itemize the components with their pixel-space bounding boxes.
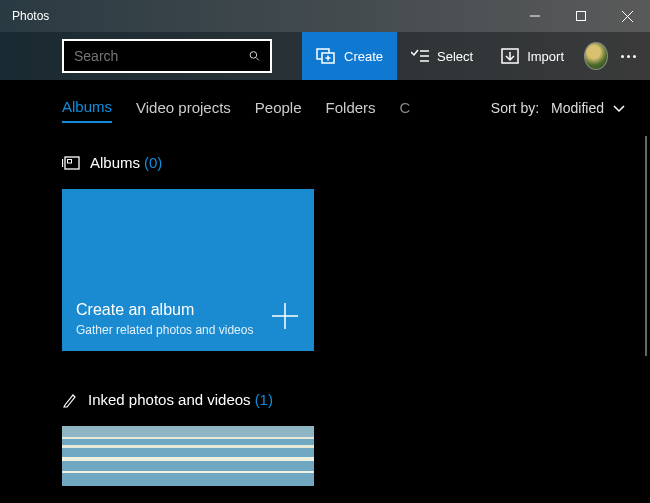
tab-albums[interactable]: Albums	[62, 92, 112, 123]
select-button[interactable]: Select	[397, 32, 487, 80]
user-avatar[interactable]	[584, 42, 608, 70]
inked-count: (1)	[255, 391, 273, 408]
search-input[interactable]	[74, 48, 249, 64]
chevron-down-icon	[612, 101, 626, 115]
create-album-tile[interactable]: Create an album Gather related photos an…	[62, 189, 314, 351]
tab-folders[interactable]: Folders	[326, 93, 376, 122]
create-album-title: Create an album	[76, 301, 300, 319]
maximize-icon	[576, 11, 586, 21]
tab-people[interactable]: People	[255, 93, 302, 122]
create-icon	[316, 47, 336, 65]
svg-line-5	[256, 58, 259, 61]
albums-icon	[62, 156, 80, 170]
create-label: Create	[344, 49, 383, 64]
toolbar: Create Select Import	[0, 32, 650, 80]
import-icon	[501, 48, 519, 64]
maximize-button[interactable]	[558, 0, 604, 32]
search-box[interactable]	[62, 39, 272, 73]
window-controls	[512, 0, 650, 32]
close-button[interactable]	[604, 0, 650, 32]
inked-thumbnail[interactable]	[62, 426, 314, 486]
svg-point-4	[250, 52, 257, 59]
create-album-subtitle: Gather related photos and videos	[76, 323, 300, 337]
more-button[interactable]	[614, 55, 642, 58]
window-title: Photos	[12, 9, 512, 23]
albums-section-label: Albums	[90, 154, 140, 171]
more-icon	[621, 55, 624, 58]
minimize-button[interactable]	[512, 0, 558, 32]
sort-label: Sort by:	[491, 100, 539, 116]
svg-rect-17	[68, 159, 72, 163]
svg-rect-1	[577, 12, 586, 21]
create-button[interactable]: Create	[302, 32, 397, 80]
scrollbar[interactable]	[645, 136, 647, 356]
inked-section-label: Inked photos and videos	[88, 391, 251, 408]
sort-area: Sort by: Modified	[491, 100, 626, 116]
tabs-row: Albums Video projects People Folders C S…	[0, 80, 650, 136]
import-button[interactable]: Import	[487, 32, 578, 80]
plus-icon	[270, 301, 300, 331]
title-bar: Photos	[0, 0, 650, 32]
close-icon	[622, 11, 633, 22]
minimize-icon	[530, 11, 540, 21]
sort-dropdown[interactable]: Modified	[551, 100, 626, 116]
albums-section-header[interactable]: Albums (0)	[62, 154, 650, 171]
import-label: Import	[527, 49, 564, 64]
albums-count: (0)	[144, 154, 162, 171]
tab-overflow[interactable]: C	[400, 93, 411, 122]
search-icon	[249, 47, 260, 65]
sort-value: Modified	[551, 100, 604, 116]
tab-video-projects[interactable]: Video projects	[136, 93, 231, 122]
pen-icon	[62, 392, 78, 408]
inked-section-header[interactable]: Inked photos and videos (1)	[62, 391, 650, 408]
select-label: Select	[437, 49, 473, 64]
select-icon	[411, 49, 429, 63]
content-area: Albums (0) Create an album Gather relate…	[0, 136, 650, 503]
